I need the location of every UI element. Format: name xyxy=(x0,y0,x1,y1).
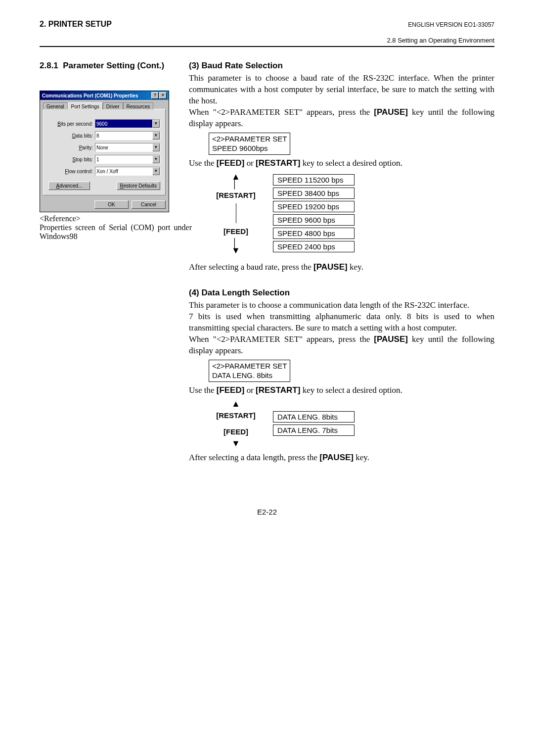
data-length-para2: 7 bits is used when transmitting alphanu… xyxy=(189,311,494,334)
pause-key: [PAUSE] xyxy=(374,334,408,344)
feed-label: [FEED] xyxy=(223,427,248,436)
data-length-after: After selecting a data length, press the… xyxy=(189,452,494,464)
baud-rate-para1: This parameter is to choose a baud rate … xyxy=(189,73,494,107)
speed-option: SPEED 115200 bps xyxy=(273,174,355,186)
data-length-para3: When "<2>PARAMETER SET" appears, press t… xyxy=(189,334,494,357)
tab-port-settings[interactable]: Port Settings xyxy=(68,102,103,109)
section-path: 2.8 Setting an Operating Environment xyxy=(40,37,494,44)
restart-label: [RESTART] xyxy=(216,191,256,199)
speed-option: SPEED 38400 bps xyxy=(273,188,355,199)
bps-label: Bits per second: xyxy=(48,121,93,127)
left-heading: 2.8.1 Parameter Setting (Cont.) xyxy=(40,61,173,71)
arrow-up-icon: ▲│ xyxy=(231,173,240,188)
restore-defaults-button[interactable]: Restore Defaults xyxy=(117,182,161,190)
caption-reference: <Reference> xyxy=(40,214,81,223)
datalen-option: DATA LENG. 8bits xyxy=(273,411,355,423)
flow-label: Flow control: xyxy=(48,169,93,174)
speed-option: SPEED 9600 bps xyxy=(273,214,355,226)
pause-key: [PAUSE] xyxy=(313,262,348,272)
baud-rate-use: Use the [FEED] or [RESTART] key to selec… xyxy=(189,158,494,169)
dialog-panel: Bits per second: 9600▾ Data bits: 8▾ Par… xyxy=(43,109,166,195)
bps-select[interactable]: 9600▾ xyxy=(95,119,160,128)
feed-key: [FEED] xyxy=(217,158,245,168)
databits-select[interactable]: 8▾ xyxy=(95,131,160,140)
parity-select[interactable]: None▾ xyxy=(95,143,160,152)
tab-driver[interactable]: Driver xyxy=(103,102,123,109)
chevron-down-icon[interactable]: ▾ xyxy=(152,132,160,140)
speed-option: SPEED 19200 bps xyxy=(273,201,355,212)
pause-key: [PAUSE] xyxy=(319,453,354,462)
feed-label: [FEED] xyxy=(223,227,248,236)
close-icon[interactable]: × xyxy=(159,92,167,99)
feed-key: [FEED] xyxy=(217,385,245,395)
baud-rate-heading: (3) Baud Rate Selection xyxy=(189,61,494,71)
restart-label: [RESTART] xyxy=(216,411,256,420)
arrow-down-icon: ▼ xyxy=(231,440,240,447)
flow-select[interactable]: Xon / Xoff▾ xyxy=(95,167,160,176)
stopbits-select[interactable]: 1▾ xyxy=(95,155,160,164)
lcd-display-datalen: <2>PARAMETER SET DATA LENG. 8bits xyxy=(209,360,290,382)
cancel-button[interactable]: Cancel xyxy=(132,200,166,209)
restart-key: [RESTART] xyxy=(256,158,300,168)
datalen-option: DATA LENG. 7bits xyxy=(273,425,355,436)
pause-key: [PAUSE] xyxy=(374,107,408,117)
lcd-display-baud: <2>PARAMETER SET SPEED 9600bps xyxy=(209,133,290,155)
data-length-para1: This parameter is to choose a communicat… xyxy=(189,300,494,311)
page-number: E2-22 xyxy=(40,508,494,516)
help-icon[interactable]: ? xyxy=(151,92,159,99)
heading-text: Parameter Setting (Cont.) xyxy=(63,61,164,70)
heading-number: 2.8.1 xyxy=(40,61,58,70)
baud-rate-para2: When "<2>PARAMETER SET" appears, press t… xyxy=(189,107,494,130)
data-length-use: Use the [FEED] or [RESTART] key to selec… xyxy=(189,385,494,396)
parity-label: Parity: xyxy=(48,145,93,150)
com-port-properties-dialog: Communications Port (COM1) Properties ? … xyxy=(40,91,169,212)
baud-rate-options: ▲│ [RESTART] [FEED] │▼ SPEED 115200 bps … xyxy=(209,173,494,254)
caption-body: Properties screen of Serial (COM) port u… xyxy=(40,223,192,240)
speed-option: SPEED 4800 bps xyxy=(273,228,355,239)
chevron-down-icon[interactable]: ▾ xyxy=(152,120,160,128)
data-length-options: ▲ [RESTART] [FEED] ▼ DATA LENG. 8bits DA… xyxy=(209,400,494,447)
dialog-tabs: General Port Settings Driver Resources xyxy=(43,102,166,109)
doc-version: ENGLISH VERSION EO1-33057 xyxy=(408,21,494,28)
databits-label: Data bits: xyxy=(48,133,93,139)
restart-key: [RESTART] xyxy=(256,385,300,395)
stopbits-label: Stop bits: xyxy=(48,157,93,162)
dialog-title: Communications Port (COM1) Properties xyxy=(42,93,138,98)
header-rule xyxy=(40,46,494,47)
chevron-down-icon[interactable]: ▾ xyxy=(152,143,160,151)
speed-option: SPEED 2400 bps xyxy=(273,241,355,252)
data-length-heading: (4) Data Length Selection xyxy=(189,288,494,298)
chevron-down-icon[interactable]: ▾ xyxy=(152,167,160,175)
tab-resources[interactable]: Resources xyxy=(123,102,154,109)
chapter-title: 2. PRINTER SETUP xyxy=(40,20,112,29)
arrow-up-icon: ▲ xyxy=(231,400,240,407)
arrow-down-icon: │▼ xyxy=(231,239,240,254)
advanced-button[interactable]: Advanced... xyxy=(48,182,90,190)
baud-rate-after: After selecting a baud rate, press the [… xyxy=(189,262,494,273)
dialog-titlebar: Communications Port (COM1) Properties ? … xyxy=(40,91,169,100)
ok-button[interactable]: OK xyxy=(94,200,129,209)
tab-general[interactable]: General xyxy=(43,102,68,109)
chevron-down-icon[interactable]: ▾ xyxy=(152,155,160,163)
